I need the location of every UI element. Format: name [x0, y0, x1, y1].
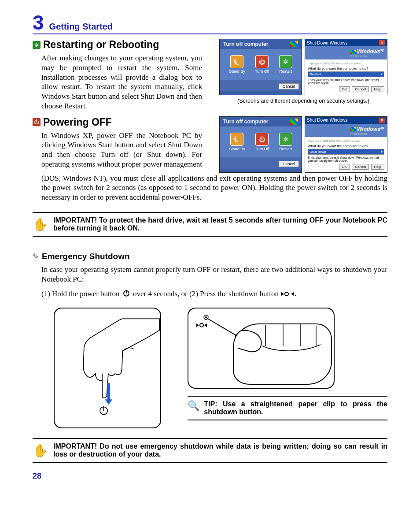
body-powering-full: (DOS, Windows NT), you must close all ap… — [33, 174, 387, 202]
cancel-button: Cancel — [352, 86, 369, 92]
hand-icon: ✋ — [33, 442, 48, 458]
document-page: 3 Getting Started ✲ Restarting or Reboot… — [0, 0, 420, 509]
ok-button: OK — [339, 164, 350, 170]
restart-button-icon: ✲ — [279, 55, 292, 68]
body-emergency: In case your operating system cannot pro… — [33, 265, 387, 284]
xp-turnoff-dialog: Turn off computer ⏾Stand By ⏻Turn Off ✲R… — [219, 39, 302, 95]
cancel-button: Cancel — [352, 164, 369, 170]
power-icon: ⏻ — [33, 118, 41, 126]
xp-shutdown-dialog-shutdown: Shut Down Windows✕ WindowsxpProfessional… — [305, 116, 387, 173]
pen-icon: ✎ — [33, 252, 39, 261]
page-number: 28 — [33, 472, 387, 481]
windows-flag-icon — [350, 50, 356, 54]
standby-icon: ⏾ — [230, 133, 243, 146]
restart-button-icon: ✲ — [279, 133, 292, 146]
standby-icon: ⏾ — [230, 55, 243, 68]
svg-point-15 — [205, 316, 207, 318]
shutdown-select: Shut down▾ — [308, 149, 384, 155]
help-button: Help — [371, 164, 384, 170]
hand-icon: ✋ — [33, 216, 48, 232]
ok-button: OK — [339, 86, 350, 92]
svg-marker-2 — [281, 292, 284, 296]
dialogs-restarting: Turn off computer ⏾Stand By ⏻Turn Off ✲R… — [219, 39, 387, 104]
heading-emergency: ✎ Emergency Shutdown — [33, 252, 387, 261]
close-icon: ✕ — [379, 118, 385, 123]
illustrations-row: 🔍 TIP: Use a straightened paper clip to … — [33, 308, 387, 428]
dialogs-powering-off: Turn off computer ⏾Stand By ⏻Turn Off ✲R… — [219, 116, 387, 173]
restart-select: Restart▾ — [308, 71, 384, 77]
screenshots-caption: (Screens are different depending on secu… — [219, 98, 387, 104]
tip-icon: 🔍 — [188, 400, 199, 412]
windows-flag-icon — [290, 119, 298, 125]
chapter-header: 3 Getting Started — [33, 12, 387, 34]
important-note-2: ✋ IMPORTANT! Do not use emergency shutdo… — [33, 438, 387, 463]
help-button: Help — [371, 86, 384, 92]
power-icon — [122, 289, 130, 300]
windows-flag-icon — [350, 127, 356, 131]
paperclip-illustration — [188, 308, 335, 389]
close-icon: ✕ — [379, 40, 385, 45]
turnoff-icon: ⏻ — [255, 133, 269, 146]
cancel-button: Cancel — [279, 83, 299, 89]
svg-point-3 — [285, 292, 288, 296]
important-note-1: ✋ IMPORTANT! To protect the hard drive, … — [33, 212, 387, 237]
body-restarting: After making changes to your operating s… — [33, 53, 202, 111]
body-powering-narrow: In Windows XP, power OFF the Notebook PC… — [33, 131, 202, 169]
tip-box: 🔍 TIP: Use a straightened paper clip to … — [188, 396, 387, 420]
heading-restarting: ✲ Restarting or Rebooting — [33, 39, 212, 51]
heading-powering-off: ⏻ Powering OFF — [33, 116, 212, 128]
xp-turnoff-dialog: Turn off computer ⏾Stand By ⏻Turn Off ✲R… — [219, 116, 302, 173]
turnoff-icon: ⏻ — [255, 55, 269, 68]
cancel-button: Cancel — [279, 161, 299, 167]
section-powering-off: ⏻ Powering OFF In Windows XP, power OFF … — [33, 116, 387, 173]
svg-marker-4 — [291, 292, 294, 296]
section-restarting: ✲ Restarting or Rebooting After making c… — [33, 39, 387, 111]
emergency-steps: (1) Hold the power button over 4 seconds… — [33, 289, 387, 300]
shutdown-button-icon — [281, 290, 294, 299]
chapter-number: 3 — [33, 12, 44, 33]
chapter-title: Getting Started — [49, 22, 113, 32]
hold-power-illustration — [54, 308, 161, 428]
xp-shutdown-dialog-restart: Shut Down Windows✕ WindowsxpProfessional… — [305, 39, 387, 95]
windows-flag-icon — [290, 41, 298, 47]
restart-icon: ✲ — [33, 41, 41, 49]
